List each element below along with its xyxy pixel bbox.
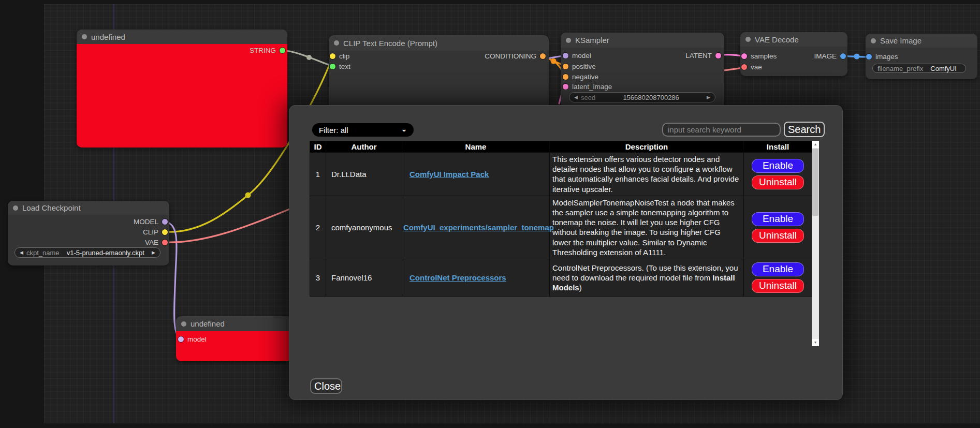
node-save-image[interactable]: Save Image images filename_prefix ComfyU… xyxy=(866,34,977,79)
ckpt-name-widget[interactable]: ◀ ckpt_name v1-5-pruned-emaonly.ckpt ▶ xyxy=(14,247,160,258)
input-slot-negative[interactable]: negative xyxy=(563,73,598,80)
col-header-id: ID xyxy=(310,141,326,153)
slot-dot-negative[interactable] xyxy=(563,74,568,80)
prev-arrow-icon[interactable]: ◀ xyxy=(20,250,23,255)
extension-link[interactable]: ComfyUI Impact Pack xyxy=(409,170,489,179)
node-load-checkpoint[interactable]: Load Checkpoint MODEL CLIP VAE ◀ ckpt_na… xyxy=(8,201,169,265)
wire-dot-conditioning[interactable] xyxy=(551,58,557,64)
filter-dropdown[interactable]: Filter: all ⌄ xyxy=(312,123,414,137)
extension-link[interactable]: ControlNet Preprocessors xyxy=(409,273,506,282)
input-slot-clip[interactable]: clip xyxy=(330,52,349,60)
table-row: 2 comfyanonymous ComfyUI_experiments/sam… xyxy=(310,196,812,259)
input-slot-text[interactable]: text xyxy=(330,63,350,70)
enable-button[interactable]: Enable xyxy=(752,159,804,173)
extension-table: ID Author Name Description Install 1 Dr.… xyxy=(310,141,812,297)
col-header-author: Author xyxy=(326,141,402,153)
seed-widget[interactable]: ◀ seed 156680208700286 ▶ xyxy=(569,92,715,102)
slot-dot-positive[interactable] xyxy=(563,64,568,69)
comfyui-app: undefined STRING CLIP Text Encode (Promp… xyxy=(0,0,980,428)
node-title: VAE Decode xyxy=(755,35,799,44)
increment-arrow-icon[interactable]: ▶ xyxy=(707,95,710,100)
filename-prefix-widget[interactable]: filename_prefix ComfyUI xyxy=(872,64,966,73)
node-status-icon xyxy=(82,34,87,39)
cell-id: 3 xyxy=(310,259,326,296)
slot-dot-clip[interactable] xyxy=(330,53,335,59)
cell-description: This extension offers various detector n… xyxy=(550,153,744,196)
close-button[interactable]: Close xyxy=(310,378,342,394)
slot-dot-clip-out[interactable] xyxy=(162,229,168,235)
col-header-install: Install xyxy=(744,141,812,153)
output-slot-string[interactable]: STRING xyxy=(250,47,285,54)
node-body-missing xyxy=(77,44,287,147)
slot-dot-model-out[interactable] xyxy=(162,219,168,225)
wire-vae-left xyxy=(165,205,298,242)
output-slot-image[interactable]: IMAGE xyxy=(814,52,846,60)
scroll-up-icon[interactable]: ▲ xyxy=(812,141,819,148)
output-slot-latent[interactable]: LATENT xyxy=(685,52,721,59)
uninstall-button[interactable]: Uninstall xyxy=(752,279,804,293)
scroll-down-icon[interactable]: ▼ xyxy=(812,339,819,346)
node-title: CLIP Text Encode (Prompt) xyxy=(343,39,437,48)
slot-dot-vae[interactable] xyxy=(741,64,747,70)
slot-dot-conditioning[interactable] xyxy=(540,53,546,59)
filter-dropdown-label: Filter: all xyxy=(319,126,348,135)
slot-dot-vae-out[interactable] xyxy=(162,240,168,245)
slot-dot-model-in[interactable] xyxy=(178,336,184,342)
cell-description: ModelSamplerTonemapNoiseTest a node that… xyxy=(550,196,744,259)
cell-author: Fannovel16 xyxy=(326,259,402,296)
input-slot-samples[interactable]: samples xyxy=(741,52,777,60)
node-undefined-string[interactable]: undefined STRING xyxy=(77,29,287,147)
table-row: 3 Fannovel16 ControlNet Preprocessors Co… xyxy=(310,259,812,296)
wire-dot-clip[interactable] xyxy=(245,193,251,198)
slot-dot-latent[interactable] xyxy=(715,53,721,58)
node-status-icon xyxy=(745,37,751,42)
output-slot-vae[interactable]: VAE xyxy=(145,239,168,246)
cell-author: comfyanonymous xyxy=(326,196,402,259)
search-button[interactable]: Search xyxy=(784,122,825,137)
node-status-icon xyxy=(334,40,339,46)
input-slot-latent-image[interactable]: latent_image xyxy=(563,83,612,90)
slot-dot-image[interactable] xyxy=(840,53,846,59)
slot-dot-latent-image[interactable] xyxy=(563,84,568,90)
uninstall-button[interactable]: Uninstall xyxy=(752,229,804,243)
input-slot-model[interactable]: model xyxy=(563,52,591,59)
node-status-icon xyxy=(13,205,18,211)
scrollbar-thumb[interactable] xyxy=(812,149,818,216)
enable-button[interactable]: Enable xyxy=(752,212,804,226)
wire-dot-image[interactable] xyxy=(854,54,860,60)
output-slot-model[interactable]: MODEL xyxy=(134,218,168,225)
table-header-row: ID Author Name Description Install xyxy=(310,141,812,153)
input-slot-model[interactable]: model xyxy=(178,335,207,343)
table-scrollbar[interactable]: ▲ ▼ xyxy=(812,141,819,346)
input-slot-positive[interactable]: positive xyxy=(563,63,596,70)
search-input[interactable] xyxy=(662,123,781,137)
output-slot-clip[interactable]: CLIP xyxy=(143,228,168,235)
next-arrow-icon[interactable]: ▶ xyxy=(152,250,155,255)
cell-id: 1 xyxy=(310,153,326,196)
slot-dot-model[interactable] xyxy=(563,53,568,58)
cell-author: Dr.Lt.Data xyxy=(326,153,402,196)
slot-dot-text[interactable] xyxy=(330,64,335,69)
node-title: undefined xyxy=(191,319,225,328)
cell-description: ControlNet Preprocessors. (To use this e… xyxy=(550,259,744,296)
decrement-arrow-icon[interactable]: ◀ xyxy=(574,95,578,100)
enable-button[interactable]: Enable xyxy=(752,262,804,276)
node-ksampler[interactable]: KSampler model positive negative latent_… xyxy=(561,33,724,108)
slot-dot-samples[interactable] xyxy=(741,53,747,59)
node-title: KSampler xyxy=(575,36,609,45)
col-header-name: Name xyxy=(402,141,550,153)
extension-link[interactable]: ComfyUI_experiments/sampler_tonemap xyxy=(403,223,554,232)
input-slot-images[interactable]: images xyxy=(866,53,898,60)
table-row: 1 Dr.Lt.Data ComfyUI Impact Pack This ex… xyxy=(310,153,812,196)
node-title: undefined xyxy=(91,33,125,41)
output-slot-conditioning[interactable]: CONDITIONING xyxy=(485,52,546,60)
col-header-description: Description xyxy=(550,141,744,153)
node-vae-decode[interactable]: VAE Decode samples vae IMAGE xyxy=(740,32,847,76)
wire-dot-string[interactable] xyxy=(306,55,312,60)
slot-dot-images[interactable] xyxy=(866,54,872,60)
uninstall-button[interactable]: Uninstall xyxy=(752,175,804,189)
chevron-down-icon: ⌄ xyxy=(401,125,407,133)
node-status-icon xyxy=(181,321,186,327)
slot-dot-string[interactable] xyxy=(280,48,285,53)
input-slot-vae[interactable]: vae xyxy=(741,63,762,70)
